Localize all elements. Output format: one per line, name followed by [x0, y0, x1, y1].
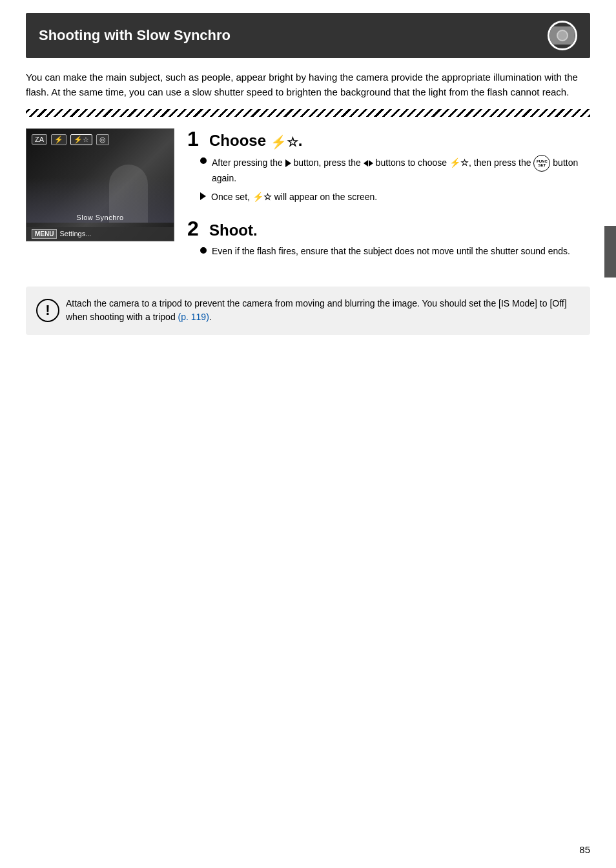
note-text-before-link: Attach the camera to a tripod to prevent…	[66, 298, 567, 323]
step-1-bullet-1-text: After pressing the button, press the but…	[212, 155, 590, 185]
func-set-button-icon: FUNC SET	[533, 155, 550, 172]
bullet-circle-icon	[200, 157, 207, 164]
slow-synchro-step1-icon: ⚡☆	[271, 134, 298, 148]
step-1-bullet-2-text: Once set, ⚡☆ will appear on the screen.	[211, 190, 377, 204]
camera-flash-icon: ⚡	[51, 134, 67, 145]
left-arrow-icon	[364, 160, 368, 167]
camera-image-block: ZA ⚡ ⚡☆ ◎ Slow Synchro MENU Settings...	[26, 128, 174, 272]
bullet-arrow-icon	[200, 192, 206, 200]
page-container: Shooting with Slow Synchro You can make …	[0, 0, 616, 868]
step-1-header: 1 Choose ⚡☆.	[187, 128, 590, 150]
camera-image: ZA ⚡ ⚡☆ ◎ Slow Synchro MENU Settings...	[26, 128, 174, 241]
page-title: Shooting with Slow Synchro	[39, 27, 231, 44]
camera-circle-icon: ◎	[96, 134, 109, 145]
camera-slow-synchro-icon: ⚡☆	[70, 134, 92, 145]
bullet-circle-icon-2	[200, 247, 207, 254]
step-1-bullets: After pressing the button, press the but…	[187, 155, 590, 204]
step-2-bullets: Even if the flash fires, ensure that the…	[187, 245, 590, 258]
menu-settings-text: Settings...	[59, 230, 91, 237]
step-1-bullet-1: After pressing the button, press the but…	[200, 155, 590, 185]
step-2-header: 2 Shoot.	[187, 218, 590, 239]
camera-icons-row: ZA ⚡ ⚡☆ ◎	[32, 134, 109, 145]
set-label: SET	[539, 163, 546, 167]
step-2-block: 2 Shoot. Even if the flash fires, ensure…	[187, 218, 590, 258]
right-arrow-button-icon	[285, 159, 291, 167]
page-number: 85	[579, 844, 590, 855]
slow-synchro-label: Slow Synchro	[26, 214, 174, 221]
menu-label: MENU	[32, 229, 57, 239]
step-1-bullet-2: Once set, ⚡☆ will appear on the screen.	[200, 190, 590, 204]
camera-za-icon: ZA	[32, 134, 47, 145]
intro-text: You can make the main subject, such as p…	[26, 70, 590, 100]
step-2-bullet-1-text: Even if the flash fires, ensure that the…	[212, 245, 570, 258]
slow-synchro-inline-icon-2: ⚡☆	[252, 192, 272, 202]
note-box: ! Attach the camera to a tripod to preve…	[26, 287, 590, 335]
step-1-title: Choose ⚡☆.	[209, 132, 302, 150]
step-2-title: Shoot.	[209, 221, 258, 239]
camera-icon	[548, 21, 577, 50]
steps-area: ZA ⚡ ⚡☆ ◎ Slow Synchro MENU Settings...	[26, 128, 590, 272]
camera-menu-bar: MENU Settings...	[26, 227, 174, 241]
right-edge-tab	[604, 226, 616, 278]
stripe-divider	[26, 109, 590, 117]
step-1-number: 1	[187, 128, 203, 149]
warning-icon: !	[36, 299, 59, 322]
step-2-bullet-1: Even if the flash fires, ensure that the…	[200, 245, 590, 258]
step-2-number: 2	[187, 218, 203, 239]
note-link[interactable]: (p. 119)	[178, 312, 209, 322]
steps-text-area: 1 Choose ⚡☆. After pressing the button, …	[187, 128, 590, 272]
left-right-arrow-button-icon	[364, 160, 373, 167]
right-arrow-icon	[369, 160, 373, 167]
step-1-block: 1 Choose ⚡☆. After pressing the button, …	[187, 128, 590, 204]
title-bar: Shooting with Slow Synchro	[26, 13, 590, 58]
camera-body-icon	[550, 26, 575, 45]
note-text-after-link: .	[209, 312, 212, 322]
camera-screen: ZA ⚡ ⚡☆ ◎ Slow Synchro MENU Settings...	[26, 129, 174, 241]
slow-synchro-inline-icon: ⚡☆	[449, 157, 469, 167]
